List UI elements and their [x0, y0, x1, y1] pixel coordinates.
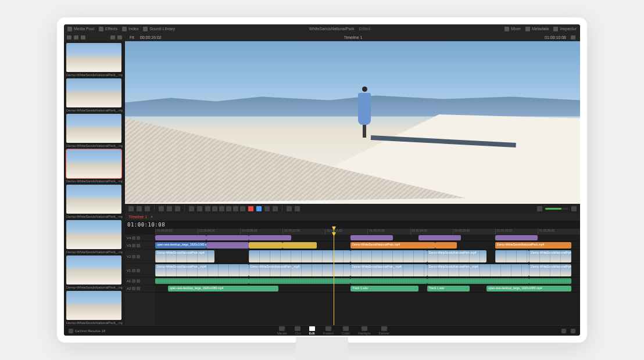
- next-icon[interactable]: [233, 206, 238, 211]
- timeline-clip[interactable]: [427, 278, 529, 284]
- track-head-v3[interactable]: V3: [125, 242, 155, 250]
- link-icon[interactable]: [197, 206, 202, 211]
- timeline-clip[interactable]: open-sea-desktop_large_1920x1080.mp4: [486, 286, 571, 291]
- media-clip-thumb[interactable]: [66, 43, 121, 72]
- track-lane-a2[interactable]: open-sea-desktop_large_1920x1080.mp4Trac…: [155, 285, 580, 293]
- overwrite-icon[interactable]: [167, 206, 172, 211]
- timeline-clip[interactable]: [249, 242, 282, 249]
- timeline-clip[interactable]: [249, 235, 291, 240]
- timeline-clip[interactable]: [249, 250, 350, 262]
- track-lane-a1[interactable]: [155, 278, 580, 285]
- loop-icon[interactable]: [240, 206, 245, 211]
- metadata-toggle[interactable]: Metadata: [525, 27, 549, 31]
- media-clip-thumb[interactable]: [66, 220, 121, 249]
- timeline-clip[interactable]: Demo-WhiteSandsNationalPark_.mp4: [249, 264, 350, 276]
- sound-library-toggle[interactable]: Sound Library: [143, 27, 175, 31]
- home-icon[interactable]: [561, 329, 566, 333]
- timeline-clip[interactable]: Track 1.wav: [427, 286, 470, 291]
- timeline-clip[interactable]: [418, 235, 461, 240]
- search-icon[interactable]: [110, 35, 115, 39]
- timeline-clip[interactable]: [206, 242, 249, 249]
- track-lane-v1[interactable]: Demo-WhiteSandsNationalPark_.mp4Demo-Whi…: [155, 264, 580, 278]
- track-head-a1[interactable]: A1: [125, 278, 155, 285]
- effects-toggle[interactable]: Effects: [99, 27, 117, 31]
- timeline-clip[interactable]: Track 1.wav: [350, 286, 418, 291]
- timeline-clip[interactable]: [282, 242, 316, 249]
- timeline-clip[interactable]: Demo-WhiteSandsNationalPark_.mp4: [529, 264, 571, 276]
- blade-tool-icon[interactable]: [145, 206, 150, 211]
- volume-slider[interactable]: [545, 208, 568, 210]
- viewer-zoom[interactable]: Fit: [130, 35, 134, 39]
- timeline-clip[interactable]: [249, 278, 350, 284]
- add-timeline-icon[interactable]: +: [151, 215, 153, 219]
- timeline-clip[interactable]: [155, 235, 206, 240]
- track-lane-v4[interactable]: [155, 235, 580, 242]
- timeline-tab[interactable]: Timeline 1: [128, 215, 147, 219]
- timeline-clip[interactable]: Demo-WhiteSandsNationalPark_.mp4: [427, 264, 529, 276]
- timeline-clip[interactable]: [350, 235, 393, 240]
- page-fairlight[interactable]: Fairlight: [358, 326, 370, 335]
- media-clip-thumb[interactable]: [66, 78, 121, 107]
- timeline-clip[interactable]: Demo-WhiteSandsNationalPark.mp4: [350, 242, 435, 249]
- timeline-timecode[interactable]: 01:00:10:08: [127, 222, 165, 228]
- timeline-clip[interactable]: [495, 250, 529, 262]
- media-clip-thumb[interactable]: [66, 291, 121, 320]
- page-media[interactable]: Media: [277, 326, 287, 335]
- link-clips-icon[interactable]: [264, 206, 270, 211]
- dynamic-zoom-icon[interactable]: [287, 206, 292, 211]
- track-head-a2[interactable]: A2: [125, 285, 155, 293]
- timeline-clip[interactable]: Demo-WhiteSandsNationalPark.mp4: [155, 250, 214, 262]
- media-clip-thumb[interactable]: [66, 185, 121, 214]
- timeline-clip[interactable]: [529, 278, 571, 284]
- inspector-toggle[interactable]: Inspector: [553, 27, 577, 31]
- page-deliver[interactable]: Deliver: [378, 326, 389, 335]
- page-color[interactable]: Color: [342, 326, 350, 335]
- page-edit[interactable]: Edit: [309, 326, 314, 335]
- replace-icon[interactable]: [175, 206, 180, 211]
- folder-icon[interactable]: [67, 35, 71, 39]
- reverse-icon[interactable]: [212, 206, 217, 211]
- snap-icon[interactable]: [189, 206, 194, 211]
- track-lane-v2[interactable]: Demo-WhiteSandsNationalPark.mp4Demo-Whit…: [155, 250, 580, 264]
- track-head-v1[interactable]: V1: [125, 264, 155, 278]
- media-clip-thumb[interactable]: [66, 114, 121, 143]
- timeline-clip[interactable]: [350, 278, 427, 284]
- project-settings-icon[interactable]: [571, 329, 575, 333]
- play-icon[interactable]: [226, 206, 231, 211]
- index-toggle[interactable]: Index: [122, 27, 138, 31]
- timeline-clip[interactable]: [350, 250, 427, 262]
- timeline-clip[interactable]: [206, 235, 249, 240]
- timeline-clip[interactable]: Demo-WhiteSandsNationalPark_.mp4: [350, 264, 427, 276]
- options-icon[interactable]: [117, 35, 122, 39]
- track-head-v2[interactable]: V2: [125, 250, 155, 264]
- page-cut[interactable]: Cut: [295, 326, 300, 335]
- stop-icon[interactable]: [219, 206, 224, 211]
- list-view-icon[interactable]: [74, 35, 78, 39]
- page-fusion[interactable]: Fusion: [323, 326, 334, 335]
- timeline-clip[interactable]: Demo-WhiteSandsNationalPark.mp4: [529, 250, 571, 262]
- marker-icon[interactable]: [256, 206, 262, 211]
- mixer-toggle[interactable]: Mixer: [505, 27, 521, 31]
- timeline-name-dropdown[interactable]: Timeline 1: [344, 35, 362, 39]
- viewer-options-icon[interactable]: [571, 35, 575, 39]
- timeline-options-icon[interactable]: [571, 206, 577, 211]
- thumb-view-icon[interactable]: [81, 35, 85, 39]
- timeline-clip[interactable]: Demo-WhiteSandsNationalPark.mp4: [427, 250, 486, 262]
- track-head-v4[interactable]: V4: [125, 235, 155, 242]
- marker-flag-icon[interactable]: [248, 206, 253, 211]
- timeline-clip[interactable]: [435, 242, 457, 249]
- track-lane-v3[interactable]: open-sea-desktop_large_1920x1080.mp4Demo…: [155, 242, 580, 250]
- timeline-ruler[interactable]: 01:00:00:0001:00:04:0001:00:08:0001:00:1…: [155, 229, 580, 235]
- timeline-clip[interactable]: [155, 278, 249, 284]
- timeline-clip[interactable]: Demo-WhiteSandsNationalPark.mp4: [495, 242, 572, 249]
- timeline-viewer[interactable]: [125, 41, 580, 204]
- media-clip-thumb[interactable]: [66, 149, 121, 178]
- insert-icon[interactable]: [159, 206, 164, 211]
- timeline-clip[interactable]: open-sea-desktop_large_1920x1080.mp4: [168, 286, 278, 291]
- prev-icon[interactable]: [205, 206, 210, 211]
- media-pool-toggle[interactable]: Media Pool: [67, 27, 94, 31]
- selection-tool-icon[interactable]: [128, 206, 134, 211]
- timeline-clip[interactable]: open-sea-desktop_large_1920x1080.mp4: [155, 242, 206, 249]
- timeline-clip[interactable]: Demo-WhiteSandsNationalPark_.mp4: [155, 264, 249, 276]
- timeline-clip[interactable]: [495, 235, 538, 240]
